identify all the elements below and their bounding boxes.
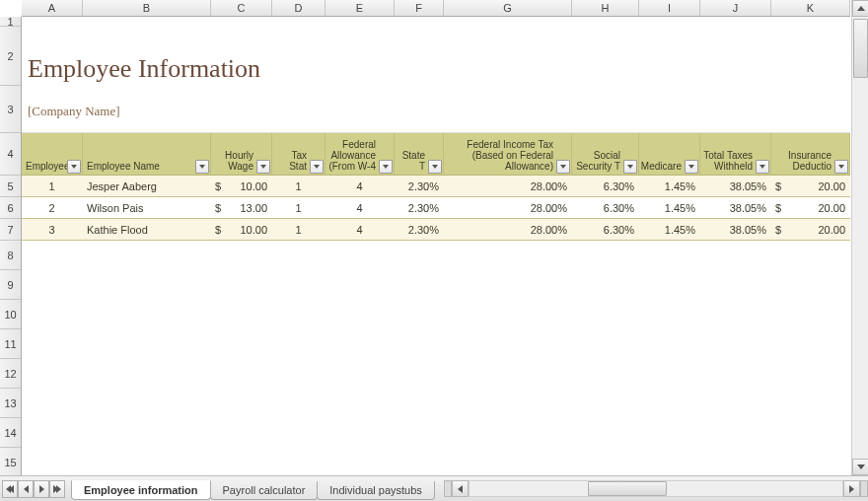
col-header-C[interactable]: C <box>211 0 272 16</box>
cell[interactable]: 1.45% <box>639 176 700 196</box>
vscroll-track[interactable] <box>852 17 868 459</box>
sheet-tabs: Employee informationPayroll calculatorIn… <box>67 476 434 501</box>
col-header-K[interactable]: K <box>771 0 850 16</box>
filter-dropdown-icon[interactable] <box>67 160 81 174</box>
horizontal-scrollbar[interactable] <box>444 476 868 501</box>
vscroll-thumb[interactable] <box>853 19 868 78</box>
header-label: Insurance Deductio <box>774 150 832 172</box>
hscroll-split[interactable] <box>444 480 452 497</box>
row-header-10[interactable]: 10 <box>0 300 21 329</box>
cell[interactable]: 28.00% <box>444 176 572 196</box>
scroll-down-button[interactable] <box>852 459 868 475</box>
cell[interactable]: $10.00 <box>211 176 272 196</box>
sheet-nav-last[interactable] <box>49 480 65 498</box>
cell[interactable]: $13.00 <box>211 197 272 218</box>
filter-dropdown-icon[interactable] <box>310 160 324 174</box>
cell[interactable]: 1 <box>272 176 326 196</box>
row-header-5[interactable]: 5 <box>0 176 21 197</box>
table-row[interactable]: 2Wilson Pais$13.00142.30%28.00%6.30%1.45… <box>22 197 850 219</box>
filter-dropdown-icon[interactable] <box>623 160 637 174</box>
header-label: Total Taxes Withheld <box>703 150 753 172</box>
cell[interactable]: 6.30% <box>572 197 639 218</box>
col-header-I[interactable]: I <box>639 0 700 16</box>
col-header-G[interactable]: G <box>444 0 572 16</box>
row-header-13[interactable]: 13 <box>0 389 21 418</box>
row-header-3[interactable]: 3 <box>0 86 21 133</box>
row-header-1[interactable]: 1 <box>0 17 21 27</box>
filter-dropdown-icon[interactable] <box>379 160 393 174</box>
cell[interactable]: 2.30% <box>395 219 444 240</box>
cell[interactable]: 1 <box>272 197 326 218</box>
cell[interactable]: 4 <box>326 176 395 196</box>
row-header-14[interactable]: 14 <box>0 418 21 448</box>
company-name[interactable]: [Company Name] <box>28 104 120 119</box>
sheet-tab[interactable]: Individual paystubs <box>317 481 435 500</box>
cell[interactable]: 4 <box>326 197 395 218</box>
vertical-scrollbar[interactable] <box>851 0 868 475</box>
cell[interactable]: $20.00 <box>771 219 850 240</box>
cell[interactable]: 2.30% <box>395 197 444 218</box>
header-state_tax: State T <box>395 133 444 175</box>
cell[interactable]: Jesper Aaberg <box>83 176 211 196</box>
col-header-A[interactable]: A <box>22 0 83 16</box>
row-header-6[interactable]: 6 <box>0 197 21 219</box>
col-header-D[interactable]: D <box>272 0 326 16</box>
hscroll-thumb[interactable] <box>588 481 667 496</box>
cell[interactable]: 1.45% <box>639 197 700 218</box>
row-header-7[interactable]: 7 <box>0 219 21 241</box>
cell[interactable]: 1.45% <box>639 219 700 240</box>
cell[interactable]: 3 <box>22 219 83 240</box>
row-header-11[interactable]: 11 <box>0 329 21 359</box>
col-header-H[interactable]: H <box>572 0 639 16</box>
filter-dropdown-icon[interactable] <box>834 160 848 174</box>
row-header-4[interactable]: 4 <box>0 133 21 176</box>
hscroll-track[interactable] <box>469 480 843 497</box>
filter-dropdown-icon[interactable] <box>256 160 270 174</box>
cell[interactable]: 4 <box>326 219 395 240</box>
filter-dropdown-icon[interactable] <box>756 160 769 174</box>
hscroll-split-right[interactable] <box>860 480 868 497</box>
filter-dropdown-icon[interactable] <box>556 160 570 174</box>
cell[interactable]: 38.05% <box>700 197 771 218</box>
cell[interactable]: 2 <box>22 197 83 218</box>
worksheet[interactable]: Employee Information [Company Name] Empl… <box>22 17 850 475</box>
table-row[interactable]: 3Kathie Flood$10.00142.30%28.00%6.30%1.4… <box>22 219 850 241</box>
col-header-F[interactable]: F <box>395 0 444 16</box>
filter-dropdown-icon[interactable] <box>195 160 209 174</box>
sheet-nav-first[interactable] <box>2 480 18 498</box>
scroll-left-button[interactable] <box>452 480 469 497</box>
row-header-8[interactable]: 8 <box>0 241 21 270</box>
row-header-15[interactable]: 15 <box>0 448 21 477</box>
col-header-B[interactable]: B <box>83 0 211 16</box>
cell[interactable]: $10.00 <box>211 219 272 240</box>
sheet-tab[interactable]: Employee information <box>71 480 211 500</box>
sheet-nav-prev[interactable] <box>18 480 34 498</box>
cell[interactable]: 6.30% <box>572 176 639 196</box>
cell[interactable]: 2.30% <box>395 176 444 196</box>
scroll-up-button[interactable] <box>852 0 868 17</box>
col-header-E[interactable]: E <box>326 0 395 16</box>
cell[interactable]: 1 <box>22 176 83 196</box>
cell[interactable]: Kathie Flood <box>83 219 211 240</box>
cell[interactable]: 38.05% <box>700 176 771 196</box>
cell[interactable]: Wilson Pais <box>83 197 211 218</box>
cell[interactable]: 6.30% <box>572 219 639 240</box>
row-header-12[interactable]: 12 <box>0 359 21 389</box>
header-insurance: Insurance Deductio <box>771 133 850 175</box>
filter-dropdown-icon[interactable] <box>428 160 442 174</box>
cell[interactable]: 28.00% <box>444 197 572 218</box>
scroll-right-button[interactable] <box>843 480 860 497</box>
sheet-nav-next[interactable] <box>34 480 49 498</box>
cell[interactable]: $20.00 <box>771 176 850 196</box>
header-label: Employee Name <box>87 161 160 172</box>
row-header-9[interactable]: 9 <box>0 270 21 300</box>
col-header-J[interactable]: J <box>700 0 771 16</box>
cell[interactable]: 28.00% <box>444 219 572 240</box>
sheet-tab[interactable]: Payroll calculator <box>210 481 319 500</box>
row-header-2[interactable]: 2 <box>0 27 21 86</box>
filter-dropdown-icon[interactable] <box>685 160 698 174</box>
cell[interactable]: 38.05% <box>700 219 771 240</box>
cell[interactable]: $20.00 <box>771 197 850 218</box>
cell[interactable]: 1 <box>272 219 326 240</box>
table-row[interactable]: 1Jesper Aaberg$10.00142.30%28.00%6.30%1.… <box>22 176 850 197</box>
